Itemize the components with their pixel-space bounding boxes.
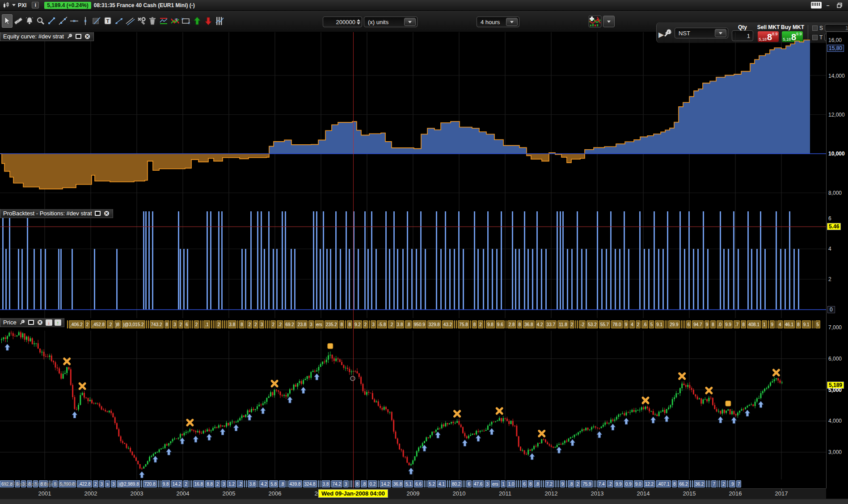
trade-label: .7 (734, 320, 740, 328)
tick-mark (768, 320, 769, 328)
time-axis[interactable]: Wed 09-Jan-2008 04:00 200120022003200420… (0, 488, 826, 499)
buy-order-icon[interactable]: ↑ (55, 319, 61, 326)
tick-mark (320, 480, 321, 487)
wrench-icon[interactable] (66, 34, 73, 39)
chevron-down-icon[interactable] (12, 4, 16, 6)
volume-profile-tool[interactable] (214, 14, 225, 28)
chevron-down-icon[interactable] (506, 18, 518, 26)
trade-label: 9 (770, 320, 775, 328)
zoom-tool[interactable] (35, 14, 46, 28)
tick-mark (709, 480, 710, 487)
price-chart[interactable] (0, 331, 826, 479)
trade-label: 6.6 (414, 480, 423, 487)
equity-axis-label: 16,00 (828, 37, 842, 43)
chevron-down-icon[interactable] (404, 18, 416, 26)
trade-label: 2 (194, 320, 199, 328)
price-panel-title[interactable]: Price ✕ ↓ ↑ (0, 318, 64, 327)
trade-label: 6 (686, 320, 692, 328)
alarm-icon (24, 16, 35, 26)
horizontal-line-tool[interactable] (69, 14, 80, 28)
chevron-down-icon[interactable] (603, 16, 615, 27)
zigzag-channel-tool[interactable] (158, 14, 169, 28)
tools-icon (136, 16, 147, 26)
arrow-up-tool[interactable] (192, 14, 203, 28)
title-bar: PXI i 5,189.4 (+0.24%) 08:31:35 France 4… (0, 0, 848, 11)
trade-label: 75.9 (581, 480, 592, 487)
price-axis-column[interactable]: 16,00 15,80 14,000 12,000 10,000 8,000 6… (826, 32, 848, 488)
close-icon[interactable]: ✕ (84, 33, 91, 40)
tick-mark (141, 480, 142, 487)
tick-mark (190, 320, 191, 328)
trade-label: 5 (815, 320, 821, 328)
trade-label: 9 (705, 320, 710, 328)
tick-mark (257, 480, 258, 487)
svg-text:T: T (106, 18, 110, 24)
info-button[interactable]: i (32, 2, 39, 8)
text-tool[interactable]: T (102, 14, 113, 28)
year-label: 2016 (729, 490, 742, 497)
equity-axis-label: 10,000 (828, 151, 845, 157)
trade-label: 7.2 (545, 480, 554, 487)
close-icon[interactable]: ✕ (37, 319, 43, 326)
price-axis-label: 3,000 (828, 449, 842, 455)
minimize-button[interactable]: – (822, 1, 834, 9)
trade-label: 9.6 (496, 320, 505, 328)
parallel-lines-tool[interactable] (125, 14, 135, 28)
trade-label: 5.8 (269, 480, 278, 487)
trade-label: 2 (216, 320, 222, 328)
window-icon[interactable] (28, 320, 34, 325)
rectangle-icon (181, 16, 191, 26)
close-icon[interactable]: ✕ (103, 210, 110, 217)
year-label: 2012 (545, 490, 558, 497)
volume-profile-icon (214, 16, 225, 26)
stop-checkbox[interactable] (812, 25, 818, 31)
stop-field[interactable]: 1 (825, 24, 848, 32)
arrow-down-tool[interactable] (203, 14, 214, 28)
sell-order-icon[interactable]: ↓ (46, 319, 52, 326)
trade-label: 3.8 (321, 480, 330, 487)
trade-label: 2 (570, 320, 575, 328)
trade-label: .2 (277, 320, 283, 328)
restore-button[interactable] (834, 1, 845, 9)
segment-tool[interactable] (46, 14, 57, 28)
alarm-tool[interactable] (24, 14, 35, 28)
equity-panel-title[interactable]: Equity curve: #dev strat ✕ (0, 32, 94, 41)
units-dropdown[interactable]: (x) units (364, 17, 418, 27)
pointer-tool[interactable] (2, 14, 13, 28)
trade-label: 235.2 (325, 320, 338, 328)
trade-label: 2 (85, 320, 90, 328)
trade-label: 23.8 (296, 320, 308, 328)
positions-panel-title[interactable]: ProBacktest - Positions: #dev strat ✕ (0, 209, 113, 218)
tick-mark (224, 320, 225, 328)
trade-label: 75.8 (458, 320, 469, 328)
tools-tool[interactable] (136, 14, 147, 28)
year-label: 2010 (453, 490, 466, 497)
trash-tool[interactable] (147, 14, 158, 28)
tick-mark (555, 480, 556, 487)
trade-label: 78.0 (611, 320, 622, 328)
tick-mark (692, 480, 693, 487)
window-icon[interactable] (95, 211, 101, 216)
trade-label: ,452.8 (91, 320, 106, 328)
window-icon[interactable] (76, 34, 81, 39)
ruler-tool[interactable] (13, 14, 24, 28)
extended-line-tool[interactable] (114, 14, 124, 28)
keyboard-icon[interactable] (810, 1, 822, 9)
quantity-stepper[interactable]: 200000 (323, 17, 362, 27)
spinner-arrows[interactable] (357, 19, 360, 25)
fibonacci-tool[interactable] (91, 14, 102, 28)
wrench-icon[interactable] (19, 319, 25, 325)
timeframe-dropdown[interactable]: 4 hours (477, 17, 519, 27)
trade-label: 2 (721, 480, 726, 487)
tick-mark (463, 480, 464, 487)
trendline-tool[interactable] (58, 14, 68, 28)
zigzag-arrows-tool[interactable] (169, 14, 180, 28)
vertical-line-tool[interactable] (80, 14, 91, 28)
instrument-label: 08:31:35 France 40 Cash (EUR1 Mini) (-) (94, 2, 195, 8)
positions-chart[interactable] (0, 209, 826, 318)
trade-label: .8 (405, 320, 411, 328)
equity-curve-chart[interactable] (0, 32, 826, 209)
indicator-button[interactable] (588, 15, 616, 28)
trade-label: 36.2 (694, 480, 705, 487)
rectangle-tool[interactable] (181, 14, 191, 28)
